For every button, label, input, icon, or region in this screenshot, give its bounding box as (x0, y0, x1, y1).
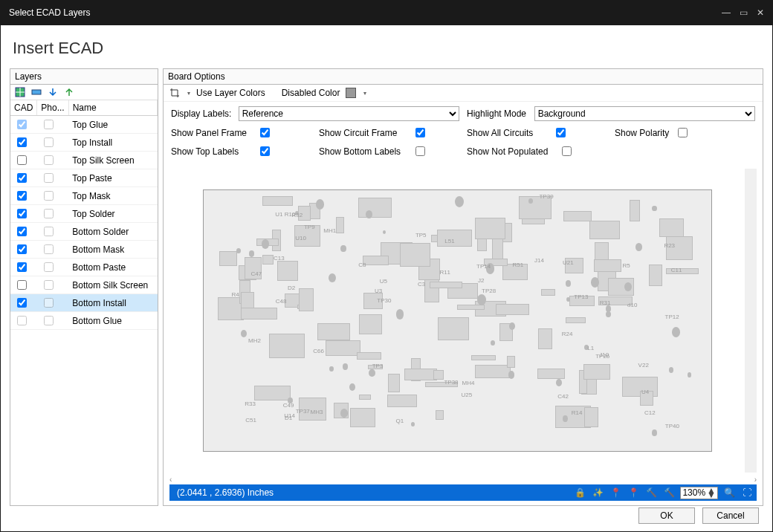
layer-photo-checkbox[interactable] (44, 173, 54, 183)
layer-photo-checkbox[interactable] (44, 244, 54, 254)
layer-row[interactable]: Top Solder (10, 205, 158, 223)
layer-cad-checkbox[interactable] (17, 120, 27, 129)
layer-row[interactable]: Top Paste (10, 169, 158, 187)
show-top-labels-label: Show Top Labels (171, 146, 251, 157)
layer-cad-checkbox[interactable] (17, 298, 27, 308)
cancel-button[interactable]: Cancel (702, 507, 759, 524)
ok-button[interactable]: OK (638, 507, 695, 524)
pcb-ref-label: MH3 (311, 409, 323, 415)
layer-photo-checkbox[interactable] (44, 191, 54, 201)
layer-row[interactable]: Bottom Install (10, 294, 158, 312)
col-photo[interactable]: Pho... (37, 100, 68, 116)
layer-row[interactable]: Top Glue (10, 116, 158, 134)
show-circuit-frame-checkbox[interactable] (415, 128, 425, 137)
pcb-ref-label: TP28 (482, 288, 496, 294)
layer-row[interactable]: Bottom Solder (10, 223, 158, 241)
grid-icon[interactable] (15, 87, 25, 97)
page-title: Insert ECAD (13, 39, 763, 58)
preview-vscrollbar[interactable] (745, 169, 757, 473)
layer-photo-checkbox[interactable] (44, 155, 54, 165)
row-icon[interactable] (31, 87, 42, 97)
col-cad[interactable]: CAD (10, 100, 37, 116)
col-name[interactable]: Name (68, 100, 157, 116)
layer-row[interactable]: Top Silk Screen (10, 152, 158, 169)
use-layer-colors-label[interactable]: Use Layer Colors (196, 88, 265, 98)
svg-rect-3 (32, 90, 41, 94)
pcb-ref-label: C47 (250, 270, 262, 277)
pcb-ref-label: U5 (380, 278, 387, 285)
show-top-labels-checkbox[interactable] (260, 146, 270, 156)
show-panel-frame-checkbox[interactable] (260, 128, 270, 137)
layer-cad-checkbox[interactable] (17, 316, 27, 325)
layer-cad-checkbox[interactable] (17, 244, 27, 254)
pcb-ref-label: U14 (284, 412, 295, 419)
layer-photo-checkbox[interactable] (44, 209, 54, 218)
status-fit-icon[interactable]: ⛶ (740, 487, 754, 499)
layer-photo-checkbox[interactable] (44, 137, 54, 147)
display-labels-select[interactable]: Reference (239, 106, 459, 121)
pcb-ref-label: Q1 (395, 418, 404, 424)
pcb-ref-label: TP38 (444, 379, 458, 386)
layer-photo-checkbox[interactable] (44, 120, 54, 129)
layer-row[interactable]: Bottom Paste (10, 259, 158, 276)
layer-cad-checkbox[interactable] (17, 173, 27, 183)
layer-cad-checkbox[interactable] (17, 227, 27, 236)
layer-cad-checkbox[interactable] (17, 191, 27, 201)
layer-cad-checkbox[interactable] (17, 262, 27, 272)
pcb-ref-label: R5 (623, 262, 630, 269)
board-options-pane: Board Options ▾ Use Layer Colors Disable… (163, 68, 763, 506)
status-wand-icon[interactable]: ✨ (591, 487, 604, 499)
crop-icon[interactable] (169, 88, 180, 98)
close-button[interactable]: ✕ (757, 7, 764, 18)
pcb-ref-label: U4 (641, 389, 649, 395)
status-pin2-icon[interactable]: 📍 (627, 487, 640, 499)
pcb-ref-label: TP12 (665, 314, 679, 320)
zoom-input[interactable]: 130% ▲▼ (680, 487, 718, 499)
status-zoom-icon[interactable]: 🔍 (722, 487, 736, 499)
status-hammer1-icon[interactable]: 🔨 (644, 487, 658, 499)
status-hammer2-icon[interactable]: 🔨 (662, 487, 676, 499)
highlight-mode-select[interactable]: Background (534, 106, 755, 121)
zoom-down-icon[interactable]: ▼ (707, 493, 716, 497)
status-pin1-icon[interactable]: 📍 (609, 487, 622, 499)
crop-dropdown-icon[interactable]: ▾ (187, 90, 190, 97)
status-lock-icon[interactable]: 🔒 (573, 487, 586, 499)
layer-photo-checkbox[interactable] (44, 280, 54, 290)
layer-cad-checkbox[interactable] (17, 155, 27, 165)
show-all-circuits-checkbox[interactable] (556, 128, 566, 137)
show-bottom-labels-checkbox[interactable] (415, 146, 425, 156)
pcb-ref-label: TP37 (296, 408, 310, 415)
layer-name-cell: Bottom Solder (68, 223, 157, 241)
pcb-ref-label: L51 (444, 238, 454, 244)
disabled-color-dropdown-icon[interactable]: ▾ (363, 90, 366, 97)
pcb-ref-label: L1 (587, 345, 594, 351)
minimize-button[interactable]: — (722, 7, 731, 18)
pcb-ref-label: TP14 (476, 263, 491, 270)
layers-header: Layers (10, 69, 158, 85)
arrow-up-icon[interactable] (64, 87, 74, 97)
layer-row[interactable]: Top Mask (10, 187, 158, 205)
arrow-down-icon[interactable] (48, 87, 58, 97)
pcb-ref-label: C42 (557, 393, 569, 400)
layer-photo-checkbox[interactable] (44, 227, 54, 236)
layers-pane: Layers (10, 68, 158, 506)
show-polarity-checkbox[interactable] (678, 128, 688, 137)
layer-cad-checkbox[interactable] (17, 280, 27, 290)
preview-hscroll-left[interactable]: ‹ (169, 476, 172, 484)
layer-row[interactable]: Bottom Mask (10, 241, 158, 259)
preview-hscroll-right[interactable]: › (754, 476, 757, 484)
layer-row[interactable]: Bottom Glue (10, 312, 158, 330)
pcb-preview[interactable]: MH4TP5D2Q1C66J2TP30MH3R23R24U21J14V22R32… (169, 169, 757, 473)
layer-photo-checkbox[interactable] (44, 316, 54, 325)
maximize-button[interactable]: ▭ (740, 7, 748, 18)
layer-photo-checkbox[interactable] (44, 298, 54, 308)
layer-photo-checkbox[interactable] (44, 262, 54, 272)
layer-cad-checkbox[interactable] (17, 209, 27, 218)
show-not-populated-checkbox[interactable] (562, 146, 572, 156)
layer-row[interactable]: Top Install (10, 134, 158, 152)
disabled-color-swatch[interactable] (346, 88, 356, 98)
pcb-ref-label: TP13 (574, 293, 588, 300)
layer-cad-checkbox[interactable] (17, 137, 27, 147)
pcb-ref-label: TP30 (377, 297, 391, 304)
layer-row[interactable]: Bottom Silk Screen (10, 276, 158, 294)
